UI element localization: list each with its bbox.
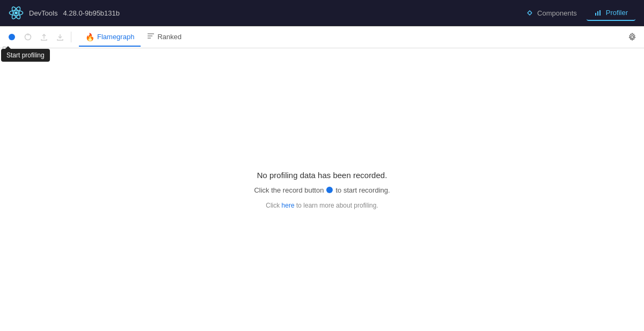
header-left: DevTools 4.28.0-9b95b131b [9,5,120,20]
download-profile-button[interactable] [53,30,68,45]
nav-components-label: Components [537,9,577,17]
record-icon [8,33,16,41]
upload-profile-button[interactable] [36,30,52,45]
tab-ranked-label: Ranked [157,33,181,41]
tab-flamegraph[interactable]: 🔥 Flamegraph [79,28,141,47]
gear-icon [628,33,636,41]
reload-profiling-button[interactable] [20,30,35,45]
profiler-toolbar: 🔥 Flamegraph Ranked Start profiling ☞ [0,26,644,48]
svg-point-7 [9,34,15,40]
learn-more-before: Click [266,202,281,209]
reload-icon [24,33,32,41]
nav-profiler[interactable]: Profiler [587,5,635,21]
tab-flamegraph-label: Flamegraph [97,33,134,41]
react-logo [9,5,24,20]
no-data-sub-after: to start recording. [335,186,390,194]
toolbar-separator [71,32,71,42]
download-icon [56,33,64,41]
learn-more-after: to learn more about profiling. [295,202,378,209]
profiler-icon [594,8,603,17]
upload-icon [40,33,48,41]
svg-rect-5 [597,11,598,16]
nav-profiler-label: Profiler [606,9,628,17]
learn-more-link[interactable]: here [282,202,295,209]
profiler-tabs: 🔥 Flamegraph Ranked [79,28,624,46]
no-data-sub-before: Click the record button [254,186,324,194]
record-dot-indicator [326,187,333,193]
ranked-icon [147,32,155,41]
tab-ranked[interactable]: Ranked [141,28,188,47]
nav-components[interactable]: Components [518,5,584,20]
profiler-settings-button[interactable] [625,30,640,45]
main-content-area: No profiling data has been recorded. Cli… [0,48,644,331]
app-version: 4.28.0-9b95b131b [63,9,120,17]
svg-rect-4 [595,13,596,16]
components-icon [525,9,534,17]
svg-point-15 [631,36,634,39]
learn-more-text: Click here to learn more about profiling… [266,202,378,209]
svg-rect-6 [599,10,601,16]
svg-point-0 [14,11,18,14]
app-title: DevTools [29,9,57,17]
header-nav: Components Profiler [518,5,635,21]
devtools-header: DevTools 4.28.0-9b95b131b Components [0,0,644,26]
flamegraph-icon: 🔥 [85,33,94,41]
no-data-subtitle: Click the record button to start recordi… [254,186,390,194]
no-data-title: No profiling data has been recorded. [257,171,387,180]
start-profiling-button[interactable] [4,30,19,45]
